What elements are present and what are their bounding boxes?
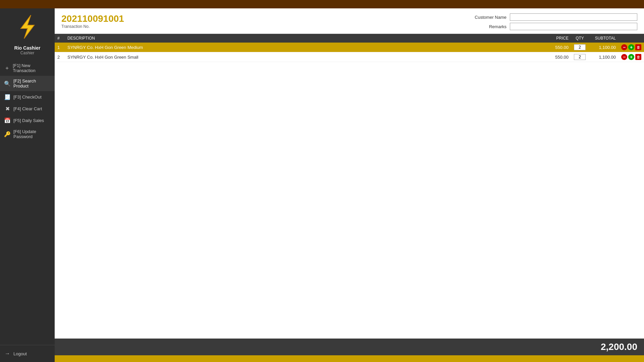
customer-name-label: Customer Name [470,15,506,20]
delete-row-button[interactable]: 🗑 [635,54,641,60]
qty-input[interactable] [574,54,586,60]
nav-item-search-product[interactable]: 🔍 [F2] Search Product [0,76,55,91]
cell-price: 550.00 [544,43,571,52]
qty-input[interactable] [574,44,586,50]
sidebar: Rio Cashier Cashier ＋ [F1] New Transacti… [0,8,55,362]
transaction-info: 202110091001 Transaction No. [61,13,124,29]
nav-label-update-password: [F6] Update Password [13,129,51,139]
cell-actions: − + 🗑 [619,52,644,62]
nav-label-new-transaction: [F1] New Transaction [13,63,51,73]
checkout-icon: 🧾 [4,94,11,100]
col-subtotal: SUBTOTAL [588,34,619,43]
nav-label-clear-cart: [F4] Clear Cart [13,106,42,111]
logout-label: Logout [13,351,27,356]
clear-cart-icon: ✖ [4,106,11,112]
nav-item-update-password[interactable]: 🔑 [F6] Update Password [0,126,55,142]
cell-description: SYNRGY Co. HxH Gon Green Small [65,52,544,62]
cell-num: 1 [55,43,65,52]
sidebar-username: Rio Cashier [14,45,41,51]
cell-qty [571,43,588,52]
table-row: 2 SYNRGY Co. HxH Gon Green Small 550.00 … [55,52,644,62]
cell-description: SYNRGY Co. HxH Gon Green Medium [65,43,544,52]
nav-label-search-product: [F2] Search Product [13,78,51,88]
update-password-icon: 🔑 [4,131,11,137]
content-header: 202110091001 Transaction No. Customer Na… [55,8,644,34]
nav-label-daily-sales: [F5] Daily Sales [13,118,44,123]
remarks-input[interactable] [510,23,637,30]
decrement-qty-button[interactable]: − [621,44,627,50]
table-header-row: # DESCRIPTION PRICE QTY SUBTOTAL [55,34,644,43]
increment-qty-button[interactable]: + [628,54,634,60]
transaction-number: 202110091001 [61,13,124,24]
col-qty: QTY [571,34,588,43]
cart-table-container: # DESCRIPTION PRICE QTY SUBTOTAL 1 SYNRG… [55,34,644,339]
transaction-label: Transaction No. [61,24,124,29]
nav-item-new-transaction[interactable]: ＋ [F1] New Transaction [0,60,55,76]
decrement-qty-button[interactable]: − [621,54,627,60]
total-amount: 2,200.00 [601,342,637,352]
col-num: # [55,34,65,43]
cell-subtotal: 1,100.00 [588,52,619,62]
new-transaction-icon: ＋ [4,65,10,72]
remarks-row: Remarks [470,23,637,30]
customer-name-input[interactable] [510,13,637,21]
customer-fields: Customer Name Remarks [470,13,637,30]
content-area: 202110091001 Transaction No. Customer Na… [55,8,644,362]
top-bar [0,0,644,8]
bottom-bar [55,355,644,362]
sidebar-bottom: → Logout [0,345,55,362]
col-price: PRICE [544,34,571,43]
nav-item-checkout[interactable]: 🧾 [F3] CheckOut [0,91,55,103]
logout-icon: → [4,351,11,357]
delete-row-button[interactable]: 🗑 [635,44,641,50]
nav-item-daily-sales[interactable]: 📅 [F5] Daily Sales [0,115,55,126]
increment-qty-button[interactable]: + [628,44,634,50]
cell-price: 550.00 [544,52,571,62]
col-description: DESCRIPTION [65,34,544,43]
cart-table: # DESCRIPTION PRICE QTY SUBTOTAL 1 SYNRG… [55,34,644,62]
cell-actions: − + 🗑 [619,43,644,52]
app-logo [12,12,43,42]
nav-label-checkout: [F3] CheckOut [13,95,42,100]
sidebar-role: Cashier [20,51,34,55]
cell-qty [571,52,588,62]
content-footer: 2,200.00 [55,339,644,355]
svg-marker-0 [21,15,34,39]
nav-item-clear-cart[interactable]: ✖ [F4] Clear Cart [0,103,55,115]
customer-name-row: Customer Name [470,13,637,21]
cell-num: 2 [55,52,65,62]
sidebar-nav: ＋ [F1] New Transaction 🔍 [F2] Search Pro… [0,60,55,142]
daily-sales-icon: 📅 [4,117,11,124]
remarks-label: Remarks [470,24,506,29]
search-product-icon: 🔍 [4,80,11,87]
col-actions [619,34,644,43]
cell-subtotal: 1,100.00 [588,43,619,52]
logout-button[interactable]: → Logout [4,349,51,359]
table-row: 1 SYNRGY Co. HxH Gon Green Medium 550.00… [55,43,644,52]
